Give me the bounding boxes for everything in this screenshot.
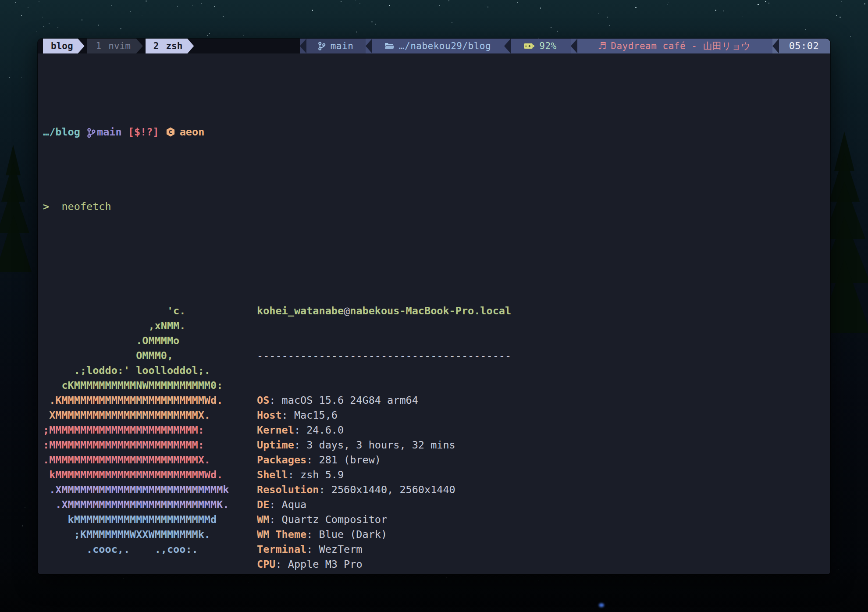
status-now-playing: ♬ Daydream café - 山田リョウ [571,39,772,53]
terminal-content[interactable]: …/blog main [$!?] Caeon > neofetch 'c. ,… [38,53,830,574]
info-label: Packages [257,454,306,466]
info-label: OS [257,394,269,406]
tab-zsh[interactable]: 2zsh [146,39,194,53]
info-value: Apple M3 Pro [288,558,363,570]
tab-index: 1 [96,41,102,51]
neofetch-info-row: Packages: 281 (brew) [257,452,511,467]
tab-index: 2 [153,41,159,51]
neofetch-info-row: GPU: Apple M3 Pro [257,572,511,574]
context-hexagon-icon: C [165,126,176,138]
info-value: Quartz Compositor [282,513,388,526]
prompt-git-flags: [$!?] [128,125,159,139]
tab-label: nvim [108,41,131,51]
status-track-title: Daydream café - 山田リョウ [611,39,751,53]
folder-icon [384,42,395,50]
tabbar-spacer [196,39,300,53]
info-value: macOS 15.6 24G84 arm64 [282,394,418,406]
prompt-path: …/blog [43,125,80,139]
neofetch-info: kohei_watanabe@nabekous-MacBook-Pro.loca… [257,274,511,574]
info-value: Blue (Dark) [319,528,387,541]
info-label: CPU [257,558,275,570]
git-branch-icon [86,127,96,139]
neofetch-info-row: Resolution: 2560x1440, 2560x1440 [257,482,511,497]
neofetch-info-row: DE: Aqua [257,497,511,512]
info-label: WM [257,513,269,526]
pine-tree-left [0,145,31,272]
command-text: neofetch [61,199,111,214]
info-value: WezTerm [319,543,362,555]
neofetch-info-row: WM: Quartz Compositor [257,512,511,527]
info-label: Shell [257,469,288,481]
info-label: DE [257,498,269,511]
status-clock: 05:02 [772,39,830,53]
music-note-icon: ♬ [598,39,607,53]
tab-group: blog 1nvim 2zsh [38,39,196,53]
prompt-context: Caeon [165,125,205,139]
status-git-branch: main [300,39,366,53]
window-title: blog [43,39,85,53]
status-battery-percent: 92% [539,39,556,53]
svg-text:C: C [169,128,172,135]
terminal-window: blog 1nvim 2zsh [38,39,830,574]
info-label: GPU [257,573,275,574]
info-label: Host [257,409,282,421]
neofetch-info-row: Shell: zsh 5.9 [257,467,511,482]
neofetch-output: 'c. ,xNMM. .OMMMMo OMMM0, .;loddo:' lool… [43,274,830,527]
neofetch-info-rows: OS: macOS 15.6 24G84 arm64Host: Mac15,6K… [257,393,511,574]
neofetch-info-row: CPU: Apple M3 Pro [257,557,511,572]
command-line: > neofetch [43,199,830,214]
info-value: Apple M3 Pro [288,573,363,574]
prompt-symbol: > [43,199,49,214]
info-value: 281 (brew) [319,454,381,466]
status-branch-name: main [331,39,354,53]
tab-bar: blog 1nvim 2zsh [38,39,830,53]
tab-nvim[interactable]: 1nvim [87,39,143,53]
neofetch-separator: ----------------------------------------… [257,348,511,363]
prompt-branch: main [86,125,122,139]
status-cwd-text: …/nabekou29/blog [399,39,491,53]
git-branch-icon [317,41,326,51]
info-label: Kernel [257,424,294,436]
info-value: 24.6.0 [306,424,344,436]
info-value: 2560x1440, 2560x1440 [331,484,455,496]
neofetch-info-row: Terminal: WezTerm [257,542,511,557]
neofetch-title: kohei_watanabe@nabekous-MacBook-Pro.loca… [257,303,511,318]
tab-label: zsh [166,41,182,51]
neofetch-info-row: WM Theme: Blue (Dark) [257,527,511,542]
info-value: zsh 5.9 [300,469,344,481]
neofetch-info-row: OS: macOS 15.6 24G84 arm64 [257,393,511,408]
clock-time: 05:02 [789,39,819,53]
info-label: WM Theme [257,528,306,541]
info-value: Aqua [282,498,307,511]
neofetch-info-row: Uptime: 3 days, 3 hours, 32 mins [257,438,511,452]
info-label: Resolution [257,484,319,496]
neofetch-info-row: Kernel: 24.6.0 [257,423,511,438]
status-battery: 92% [504,39,571,53]
prompt-line: …/blog main [$!?] Caeon [43,125,830,139]
info-value: Mac15,6 [294,409,338,421]
info-label: Uptime [257,439,294,451]
status-cwd: …/nabekou29/blog [366,39,504,53]
info-value: 3 days, 3 hours, 32 mins [306,439,455,451]
battery-icon [523,42,535,50]
status-group: main …/nabekou29/blog [300,39,830,53]
info-label: Terminal [257,543,306,555]
distant-light [599,603,604,607]
neofetch-info-row: Host: Mac15,6 [257,408,511,423]
